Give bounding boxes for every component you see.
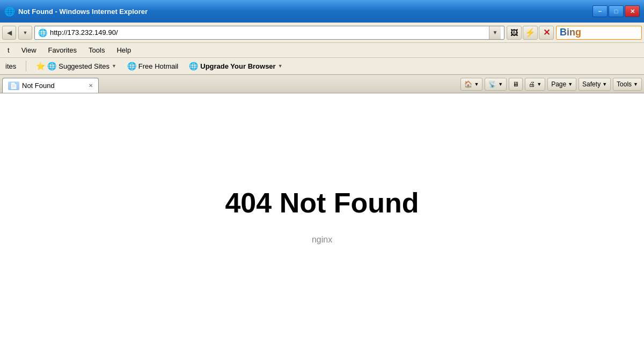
upgrade-chevron: ▼: [278, 63, 283, 69]
print-dropdown[interactable]: ▼: [537, 82, 541, 87]
menu-item-help[interactable]: Help: [111, 45, 136, 55]
menu-item-tools[interactable]: Tools: [83, 45, 110, 55]
upgrade-icon: 🌐: [189, 62, 198, 70]
free-hotmail-label: Free Hotmail: [138, 62, 178, 70]
suggested-sites-label: Suggested Sites: [58, 62, 109, 70]
rss-icon: 📡: [488, 80, 496, 88]
rss-dropdown[interactable]: ▼: [498, 82, 503, 87]
window-title: Not Found - Windows Internet Explorer: [18, 8, 592, 16]
menu-bar: t View Favorites Tools Help: [0, 43, 644, 58]
maximize-button[interactable]: □: [609, 5, 624, 17]
star-icon: ⭐: [36, 62, 45, 70]
upgrade-browser-label: Upgrade Your Browser: [200, 62, 275, 70]
toolbar-icons: 🖼 ⚡ ✕: [507, 26, 554, 40]
address-box[interactable]: 🌐 http://173.232.149.90/ ▼: [34, 26, 504, 40]
home-icon: 🏠: [464, 80, 472, 88]
favorites-sites-text: ites: [5, 62, 16, 70]
menu-item-favorites[interactable]: Favorites: [43, 45, 82, 55]
page-label: Page: [551, 80, 566, 88]
server-label: nginx: [312, 235, 332, 245]
active-tab[interactable]: 📄 Not Found ✕: [2, 78, 99, 93]
back-button[interactable]: ◀: [2, 26, 16, 40]
url-text: http://173.232.149.90/: [50, 28, 489, 36]
window-controls: − □ ✕: [592, 5, 640, 17]
upgrade-browser-button[interactable]: 🌐 Upgrade Your Browser ▼: [186, 61, 286, 71]
free-hotmail-button[interactable]: 🌐 Free Hotmail: [124, 61, 181, 71]
read-button[interactable]: 🖥: [509, 78, 523, 91]
error-heading: 404 Not Found: [225, 187, 419, 219]
safety-chevron: ▼: [602, 82, 607, 87]
favorites-bar: ites ⭐ 🌐 Suggested Sites ▼ 🌐 Free Hotmai…: [0, 58, 644, 75]
suggested-sites-button[interactable]: ⭐ 🌐 Suggested Sites ▼: [33, 61, 120, 71]
safety-button[interactable]: Safety ▼: [579, 78, 611, 91]
tools-label: Tools: [617, 80, 632, 88]
fav-bar-separator: [26, 61, 26, 71]
image-button[interactable]: 🖼: [507, 26, 522, 40]
suggested-sites-chevron: ▼: [112, 63, 116, 69]
home-button[interactable]: 🏠 ▼: [460, 78, 482, 91]
close-button[interactable]: ✕: [625, 5, 640, 17]
home-dropdown[interactable]: ▼: [474, 82, 479, 87]
bing-logo: Bing: [560, 27, 581, 38]
bing-search-box[interactable]: Bing: [556, 26, 642, 40]
browser-window: 🌐 Not Found - Windows Internet Explorer …: [0, 0, 644, 338]
address-dropdown-arrow[interactable]: ▼: [489, 26, 501, 39]
browser-icon: 🌐: [4, 6, 15, 17]
tab-page-icon: 📄: [8, 82, 19, 90]
refresh-button[interactable]: ⚡: [523, 26, 538, 40]
tools-button[interactable]: Tools ▼: [613, 78, 642, 91]
page-chevron: ▼: [568, 82, 573, 87]
safety-label: Safety: [582, 80, 601, 88]
hotmail-icon: 🌐: [127, 62, 136, 70]
tools-chevron: ▼: [633, 82, 638, 87]
page-content: 404 Not Found nginx: [0, 93, 644, 338]
tab-close-button[interactable]: ✕: [86, 82, 95, 90]
title-bar: 🌐 Not Found - Windows Internet Explorer …: [0, 0, 644, 23]
dropdown-button[interactable]: ▼: [18, 26, 32, 40]
ie-logo-icon: 🌐: [38, 28, 47, 37]
print-button[interactable]: 🖨 ▼: [525, 78, 545, 91]
menu-item-view[interactable]: View: [16, 45, 42, 55]
page-button[interactable]: Page ▼: [547, 78, 576, 91]
tab-bar: 📄 Not Found ✕ 🏠 ▼ 📡 ▼ 🖥 🖨 ▼ Page ▼: [0, 75, 644, 93]
print-icon: 🖨: [529, 80, 535, 88]
tab-toolbar: 🏠 ▼ 📡 ▼ 🖥 🖨 ▼ Page ▼ Safety ▼: [99, 78, 642, 93]
menu-item-file[interactable]: t: [2, 45, 15, 55]
tab-label: Not Found: [22, 82, 55, 90]
read-icon: 🖥: [513, 80, 519, 88]
rss-button[interactable]: 📡 ▼: [485, 78, 507, 91]
ie-small-icon: 🌐: [47, 62, 56, 70]
favorites-sites-label: ites: [2, 61, 19, 71]
stop-button[interactable]: ✕: [539, 26, 554, 40]
minimize-button[interactable]: −: [592, 5, 608, 17]
address-bar-row: ◀ ▼ 🌐 http://173.232.149.90/ ▼ 🖼 ⚡ ✕ Bin…: [0, 23, 644, 43]
